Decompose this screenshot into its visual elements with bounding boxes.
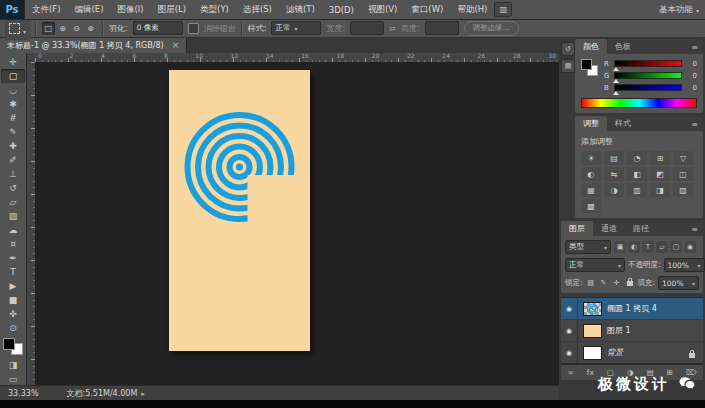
lock-position-icon[interactable]: ✛ bbox=[612, 278, 622, 289]
menu-item-5[interactable]: 选择(S) bbox=[236, 0, 279, 19]
photo-filter-icon[interactable]: ◩ bbox=[650, 167, 670, 181]
brush-tool[interactable]: ✐ bbox=[1, 153, 25, 167]
style-dropdown[interactable]: 正常 bbox=[271, 21, 321, 35]
move-tool[interactable]: ✛ bbox=[1, 55, 25, 69]
channel-slider[interactable] bbox=[614, 60, 682, 67]
eraser-tool[interactable]: ▱ bbox=[1, 195, 25, 209]
channel-value[interactable]: 0 bbox=[685, 72, 697, 80]
crop-tool[interactable]: # bbox=[1, 111, 25, 125]
tab-styles[interactable]: 样式 bbox=[607, 116, 639, 131]
invert-icon[interactable]: ◑ bbox=[604, 183, 624, 197]
brightness-contrast-icon[interactable]: ☀ bbox=[581, 151, 601, 165]
lock-pixels-icon[interactable]: ✎ bbox=[599, 278, 609, 289]
selective-color-icon[interactable]: ▩ bbox=[581, 199, 601, 213]
spot-healing-brush-tool[interactable]: ✚ bbox=[1, 139, 25, 153]
panel-menu-icon[interactable] bbox=[691, 112, 703, 131]
filter-type-layers-icon[interactable]: T bbox=[642, 241, 654, 253]
menu-item-10[interactable]: 帮助(H) bbox=[450, 0, 494, 19]
menu-item-7[interactable]: 3D(D) bbox=[322, 0, 361, 19]
height-input[interactable] bbox=[425, 21, 459, 35]
layer-row[interactable]: ◉图层 1 bbox=[561, 320, 703, 342]
channel-value[interactable]: 0 bbox=[685, 84, 697, 92]
path-selection-tool[interactable]: ▶ bbox=[1, 279, 25, 293]
curves-icon[interactable]: ◔ bbox=[627, 151, 647, 165]
opacity-field[interactable]: 100% bbox=[664, 258, 705, 272]
link-layers-icon[interactable]: ∞ bbox=[568, 368, 574, 377]
subtract-from-selection-icon[interactable]: ⊖ bbox=[70, 22, 83, 35]
hue-saturation-icon[interactable]: ◐ bbox=[581, 167, 601, 181]
tab-layers-1[interactable]: 通道 bbox=[593, 221, 625, 236]
gradient-tool[interactable]: ▧ bbox=[1, 209, 25, 223]
properties-panel-icon[interactable]: ▤ bbox=[561, 59, 575, 73]
layer-row[interactable]: ◉椭圆 1 拷贝 4 bbox=[561, 298, 703, 320]
history-panel-icon[interactable]: ↺ bbox=[561, 42, 575, 56]
fill-field[interactable]: 100% bbox=[658, 276, 699, 290]
quick-selection-tool[interactable]: ✱ bbox=[1, 97, 25, 111]
color-balance-icon[interactable]: ⇆ bbox=[604, 167, 624, 181]
zoom-level-field[interactable]: 33.33% bbox=[0, 389, 47, 398]
black-white-icon[interactable]: ◧ bbox=[627, 167, 647, 181]
clone-stamp-tool[interactable]: ⊥ bbox=[1, 167, 25, 181]
lasso-tool[interactable]: ◡ bbox=[1, 83, 25, 97]
vibrance-icon[interactable]: ▽ bbox=[673, 151, 693, 165]
pen-tool[interactable]: ✒ bbox=[1, 251, 25, 265]
menu-item-6[interactable]: 滤镜(T) bbox=[279, 0, 322, 19]
tab-swatches[interactable]: 色板 bbox=[607, 39, 639, 54]
swap-dimensions-icon[interactable]: ⇄ bbox=[389, 24, 396, 33]
refine-edge-button[interactable]: 调整边缘… bbox=[464, 21, 520, 36]
zoom-tool[interactable]: ⊙ bbox=[1, 321, 25, 335]
menu-item-9[interactable]: 窗口(W) bbox=[404, 0, 450, 19]
panel-menu-icon[interactable] bbox=[691, 217, 703, 236]
add-to-selection-icon[interactable]: ⊕ bbox=[56, 22, 69, 35]
channel-value[interactable]: 0 bbox=[685, 60, 697, 68]
menu-item-3[interactable]: 图层(L) bbox=[151, 0, 193, 19]
channel-slider[interactable] bbox=[614, 72, 682, 79]
canvas-area[interactable] bbox=[35, 62, 559, 386]
menu-item-4[interactable]: 类型(Y) bbox=[193, 0, 236, 19]
filter-pixel-layers-icon[interactable]: ▣ bbox=[614, 241, 626, 253]
levels-icon[interactable]: ▤ bbox=[604, 151, 624, 165]
tab-color[interactable]: 颜色 bbox=[575, 39, 607, 54]
document-canvas[interactable] bbox=[169, 70, 310, 351]
layer-filter-toggle-icon[interactable]: ◉ bbox=[684, 241, 696, 253]
status-menu-arrow-icon[interactable] bbox=[141, 389, 145, 398]
type-tool[interactable]: T bbox=[1, 265, 25, 279]
layer-thumbnail[interactable] bbox=[583, 302, 602, 316]
filter-adjustment-layers-icon[interactable]: ◐ bbox=[628, 241, 640, 253]
screen-mode-icon[interactable]: ▭ bbox=[1, 372, 25, 386]
lock-all-icon[interactable] bbox=[625, 278, 635, 289]
quick-mask-icon[interactable]: ◨ bbox=[1, 358, 25, 372]
color-panel-swatches[interactable] bbox=[581, 59, 598, 76]
history-brush-tool[interactable]: ↺ bbox=[1, 181, 25, 195]
menu-item-0[interactable]: 文件(F) bbox=[25, 0, 68, 19]
exposure-icon[interactable]: ⊞ bbox=[650, 151, 670, 165]
filter-smart-objects-icon[interactable]: ▢ bbox=[670, 241, 682, 253]
layer-filter-type-dropdown[interactable]: 类型 bbox=[565, 240, 611, 254]
tab-adjustments[interactable]: 调整 bbox=[575, 116, 607, 131]
close-icon[interactable]: × bbox=[172, 40, 180, 50]
layer-style-icon[interactable]: fx bbox=[587, 368, 594, 377]
width-input[interactable] bbox=[350, 21, 384, 35]
gradient-map-icon[interactable]: ▨ bbox=[673, 183, 693, 197]
channel-slider-knob[interactable] bbox=[613, 91, 619, 95]
feather-input[interactable]: 0 像素 bbox=[133, 21, 183, 35]
rectangular-marquee-tool[interactable]: ▢ bbox=[1, 69, 25, 83]
tab-layers-2[interactable]: 路径 bbox=[625, 221, 657, 236]
dodge-tool[interactable]: ¤ bbox=[1, 237, 25, 251]
channel-slider[interactable] bbox=[614, 84, 682, 91]
menu-item-2[interactable]: 图像(I) bbox=[111, 0, 151, 19]
rectangle-tool[interactable]: ■ bbox=[1, 293, 25, 307]
filter-shape-layers-icon[interactable]: ▱ bbox=[656, 241, 668, 253]
menu-item-8[interactable]: 视图(V) bbox=[361, 0, 404, 19]
workspace-switcher[interactable]: 基本功能 bbox=[653, 4, 705, 16]
tab-layers-0[interactable]: 图层 bbox=[561, 221, 593, 236]
blur-tool[interactable]: ☁ bbox=[1, 223, 25, 237]
layer-visibility-toggle[interactable]: ◉ bbox=[561, 298, 578, 319]
color-lookup-icon[interactable]: ▦ bbox=[581, 183, 601, 197]
channel-slider-knob[interactable] bbox=[613, 67, 619, 71]
layer-thumbnail[interactable] bbox=[583, 346, 602, 360]
menu-item-1[interactable]: 编辑(E) bbox=[68, 0, 111, 19]
panel-grid-icon[interactable]: ▥ bbox=[494, 2, 512, 17]
eyedropper-tool[interactable]: ✎ bbox=[1, 125, 25, 139]
layer-thumbnail[interactable] bbox=[583, 324, 602, 338]
